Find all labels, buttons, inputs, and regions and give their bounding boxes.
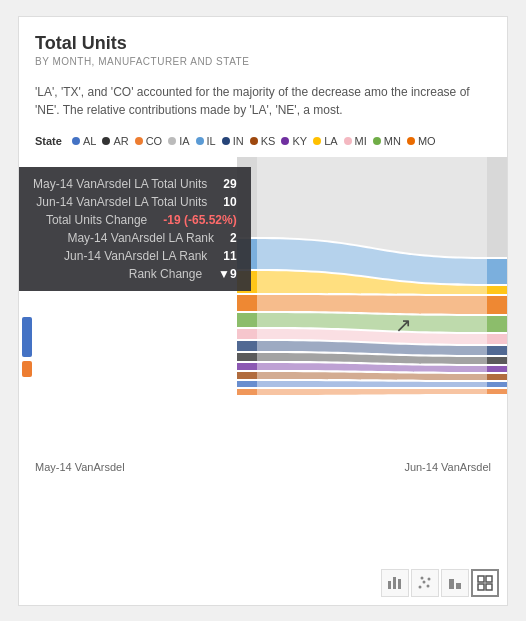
left-side-elements: [19, 317, 35, 377]
legend-item-ia[interactable]: IA: [168, 135, 189, 147]
tooltip-key-4: May-14 VanArsdel LA Rank: [33, 231, 214, 245]
legend-dot-al: [72, 137, 80, 145]
legend-text-ar: AR: [113, 135, 128, 147]
legend-dot-mo: [407, 137, 415, 145]
legend-item-in[interactable]: IN: [222, 135, 244, 147]
svg-rect-5: [237, 329, 257, 339]
tooltip-key-1: May-14 VanArsdel LA Total Units: [33, 177, 207, 191]
legend-dot-ks: [250, 137, 258, 145]
card-title: Total Units: [35, 33, 491, 54]
svg-rect-8: [237, 363, 257, 370]
column-chart-icon: [447, 575, 463, 591]
svg-text:↗: ↗: [395, 314, 412, 336]
tooltip-key-2: Jun-14 VanArsdel LA Total Units: [33, 195, 207, 209]
tooltip-row-3: Total Units Change -19 (-65.52%): [33, 213, 237, 227]
svg-rect-33: [449, 579, 454, 589]
toolbar-btn-column[interactable]: [441, 569, 469, 597]
svg-rect-25: [388, 581, 391, 589]
svg-rect-17: [487, 334, 507, 344]
legend-item-ar[interactable]: AR: [102, 135, 128, 147]
svg-rect-12: [487, 157, 507, 257]
legend-label: State: [35, 135, 62, 147]
tooltip-row-4: May-14 VanArsdel LA Rank 2: [33, 231, 237, 245]
legend-text-ky: KY: [292, 135, 307, 147]
axis-labels: May-14 VanArsdel Jun-14 VanArsdel: [19, 457, 507, 481]
svg-rect-18: [487, 346, 507, 355]
legend-item-mo[interactable]: MO: [407, 135, 436, 147]
legend-item-mn[interactable]: MN: [373, 135, 401, 147]
legend-dot-co: [135, 137, 143, 145]
svg-point-28: [419, 585, 422, 588]
tooltip-value-2: 10: [223, 195, 236, 209]
scatter-icon: [417, 575, 433, 591]
toolbar-btn-scatter[interactable]: [411, 569, 439, 597]
left-dot-blue: [22, 317, 32, 357]
bottom-toolbar: [381, 569, 499, 597]
svg-rect-13: [487, 259, 507, 284]
svg-rect-4: [237, 313, 257, 327]
legend-text-mn: MN: [384, 135, 401, 147]
svg-rect-38: [486, 584, 492, 590]
axis-left-label: May-14 VanArsdel: [35, 461, 125, 473]
svg-rect-35: [478, 576, 484, 582]
tooltip-row-2: Jun-14 VanArsdel LA Total Units 10: [33, 195, 237, 209]
legend-text-in: IN: [233, 135, 244, 147]
tooltip-row-1: May-14 VanArsdel LA Total Units 29: [33, 177, 237, 191]
left-dot-orange: [22, 361, 32, 377]
toolbar-btn-bar[interactable]: [381, 569, 409, 597]
outer-container: Total Units BY MONTH, MANUFACTURER AND S…: [0, 0, 526, 621]
svg-rect-14: [487, 286, 507, 294]
svg-rect-26: [393, 577, 396, 589]
tooltip-row-6: Rank Change ▼9: [33, 267, 237, 281]
legend-text-mo: MO: [418, 135, 436, 147]
card-subtitle: BY MONTH, MANUFACTURER AND STATE: [35, 56, 491, 67]
svg-rect-20: [487, 366, 507, 372]
legend-dot-ky: [281, 137, 289, 145]
svg-point-32: [427, 584, 430, 587]
tooltip-value-3: -19 (-65.52%): [163, 213, 236, 227]
legend-text-la: LA: [324, 135, 337, 147]
chart-area: May-14 VanArsdel LA Total Units 29 Jun-1…: [19, 157, 507, 457]
legend-dot-ar: [102, 137, 110, 145]
svg-rect-6: [237, 341, 257, 351]
svg-rect-34: [456, 583, 461, 589]
tooltip-key-3: Total Units Change: [33, 213, 147, 227]
svg-rect-27: [398, 579, 401, 589]
tooltip-value-1: 29: [223, 177, 236, 191]
card-description: 'LA', 'TX', and 'CO' accounted for the m…: [19, 75, 507, 129]
legend-bar: State AL AR CO IA IL: [19, 129, 507, 153]
legend-text-ia: IA: [179, 135, 189, 147]
bar-chart-icon: [387, 575, 403, 591]
svg-rect-7: [237, 353, 257, 361]
svg-rect-10: [237, 381, 257, 387]
card: Total Units BY MONTH, MANUFACTURER AND S…: [18, 16, 508, 606]
legend-item-il[interactable]: IL: [196, 135, 216, 147]
tooltip-key-5: Jun-14 VanArsdel LA Rank: [33, 249, 207, 263]
tooltip-value-6: ▼9: [218, 267, 237, 281]
svg-point-31: [421, 576, 424, 579]
tooltip-row-5: Jun-14 VanArsdel LA Rank 11: [33, 249, 237, 263]
svg-rect-16: [487, 316, 507, 332]
svg-rect-9: [237, 372, 257, 379]
legend-text-mi: MI: [355, 135, 367, 147]
legend-text-il: IL: [207, 135, 216, 147]
toolbar-btn-matrix[interactable]: [471, 569, 499, 597]
tooltip-value-5: 11: [223, 249, 236, 263]
axis-right-label: Jun-14 VanArsdel: [404, 461, 491, 473]
legend-dot-in: [222, 137, 230, 145]
legend-item-la[interactable]: LA: [313, 135, 337, 147]
svg-point-29: [423, 580, 426, 583]
legend-dot-la: [313, 137, 321, 145]
legend-item-mi[interactable]: MI: [344, 135, 367, 147]
legend-item-ky[interactable]: KY: [281, 135, 307, 147]
svg-rect-11: [237, 389, 257, 395]
svg-rect-22: [487, 382, 507, 387]
legend-item-al[interactable]: AL: [72, 135, 96, 147]
svg-rect-23: [487, 389, 507, 394]
svg-rect-15: [487, 296, 507, 314]
legend-item-ks[interactable]: KS: [250, 135, 276, 147]
legend-text-ks: KS: [261, 135, 276, 147]
svg-rect-36: [486, 576, 492, 582]
legend-item-co[interactable]: CO: [135, 135, 163, 147]
legend-dot-mn: [373, 137, 381, 145]
